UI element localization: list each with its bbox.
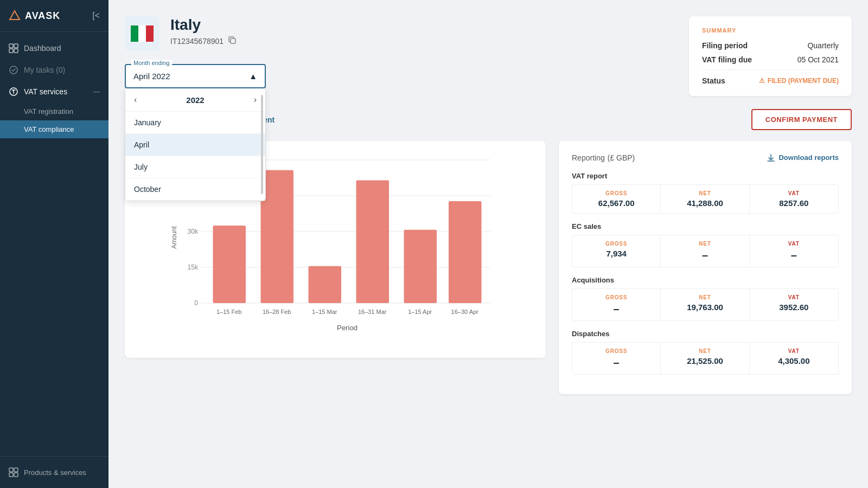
country-flag bbox=[125, 16, 159, 51]
disp-gross-cell: GROSS – bbox=[572, 343, 661, 374]
ec-gross-cell: GROSS 7,934 bbox=[572, 235, 661, 267]
ec-vat-value: – bbox=[757, 249, 831, 261]
next-year-button[interactable]: › bbox=[254, 95, 257, 105]
month-option-july[interactable]: July bbox=[125, 156, 265, 178]
sidebar-item-vat-compliance[interactable]: VAT compliance bbox=[0, 120, 108, 138]
chevron-up-icon: ▲ bbox=[249, 72, 257, 81]
svg-rect-14 bbox=[231, 38, 235, 43]
header-and-actions: Month ending April 2022 ▲ ‹ 2022 › bbox=[125, 64, 676, 88]
ec-net-value: – bbox=[668, 249, 741, 261]
sidebar-item-tasks[interactable]: My tasks (0) bbox=[0, 59, 108, 81]
vat-filing-due-row: VAT filing due 05 Oct 2021 bbox=[702, 55, 839, 64]
ec-sales-label: EC sales bbox=[572, 222, 839, 230]
svg-text:1–15 Mar: 1–15 Mar bbox=[312, 309, 337, 315]
svg-rect-1 bbox=[9, 44, 13, 48]
dropdown-header: ‹ 2022 › bbox=[125, 88, 265, 112]
svg-text:16–28 Feb: 16–28 Feb bbox=[263, 309, 291, 315]
svg-text:15k: 15k bbox=[188, 264, 199, 271]
month-select-container: Month ending April 2022 ▲ ‹ 2022 › bbox=[125, 64, 266, 88]
acq-net-value: 19,763.00 bbox=[668, 303, 741, 312]
download-reports-button[interactable]: Download reports bbox=[767, 153, 839, 162]
vat-filing-due-value: 05 Oct 2021 bbox=[797, 55, 839, 64]
disp-vat-cell: VAT 4,305.00 bbox=[750, 343, 838, 374]
svg-rect-9 bbox=[9, 473, 13, 477]
country-name: Italy bbox=[170, 16, 676, 34]
sidebar-item-vat-services[interactable]: VAT services — bbox=[0, 81, 108, 102]
acq-gross-value: – bbox=[580, 303, 653, 315]
reporting-panel: Reporting (£ GBP) Download reports VAT r… bbox=[559, 141, 852, 394]
svg-marker-0 bbox=[10, 11, 20, 20]
report-section-ec-sales: EC sales GROSS 7,934 NET – VAT – bbox=[572, 222, 839, 267]
copy-vat-button[interactable] bbox=[228, 36, 237, 46]
bar-1-15-apr bbox=[404, 230, 437, 303]
dispatches-grid: GROSS – NET 21,525.00 VAT 4,305.00 bbox=[572, 342, 839, 375]
filing-period-label: Filing period bbox=[702, 41, 748, 50]
vat-number-row: IT12345678901 bbox=[170, 36, 676, 46]
vat-icon bbox=[9, 87, 18, 97]
status-badge: ⚠ FILED (PAYMENT DUE) bbox=[759, 77, 839, 85]
month-select-box[interactable]: April 2022 ▲ bbox=[125, 64, 266, 88]
svg-rect-8 bbox=[14, 468, 18, 472]
confirm-payment-button[interactable]: CONFIRM PAYMENT bbox=[751, 109, 852, 130]
download-reports-label: Download reports bbox=[778, 153, 839, 162]
acquisitions-grid: GROSS – NET 19,763.00 VAT 3952.60 bbox=[572, 288, 839, 321]
vat-net-cell: NET 41,288.00 bbox=[661, 185, 749, 213]
dispatches-label: Dispatches bbox=[572, 330, 839, 338]
reporting-header: Reporting (£ GBP) Download reports bbox=[572, 152, 839, 163]
vat-number-text: IT12345678901 bbox=[170, 37, 224, 46]
grid-icon bbox=[9, 467, 18, 477]
sidebar-tasks-label: My tasks (0) bbox=[24, 66, 65, 74]
acq-vat-value: 3952.60 bbox=[757, 303, 831, 312]
sidebar-collapse-button[interactable]: [< bbox=[92, 11, 100, 21]
svg-rect-10 bbox=[14, 473, 18, 477]
dropdown-year: 2022 bbox=[186, 95, 204, 105]
selected-month: April 2022 bbox=[133, 72, 170, 81]
vat-gross-value: 62,567.00 bbox=[580, 198, 653, 208]
filing-period-value: Quarterly bbox=[807, 41, 839, 50]
svg-text:16–31 Mar: 16–31 Mar bbox=[358, 309, 387, 315]
bar-16-30-apr bbox=[449, 201, 482, 303]
month-option-october[interactable]: October bbox=[125, 178, 265, 201]
sidebar: AVASK [< Dashboard My tasks (0) bbox=[0, 0, 108, 488]
svg-rect-7 bbox=[9, 468, 13, 472]
sidebar-item-vat-registration[interactable]: VAT registration bbox=[0, 102, 108, 120]
vat-net-value: 41,288.00 bbox=[668, 198, 741, 208]
sidebar-item-dashboard[interactable]: Dashboard bbox=[0, 37, 108, 59]
sidebar-item-products-services[interactable]: Products & services bbox=[9, 464, 100, 480]
page-header: Italy IT12345678901 bbox=[125, 16, 676, 51]
status-label: Status bbox=[702, 76, 725, 85]
summary-divider bbox=[702, 69, 839, 70]
vat-gross-cell: GROSS 62,567.00 bbox=[572, 185, 661, 213]
svg-text:Period: Period bbox=[337, 324, 358, 332]
svg-text:30k: 30k bbox=[188, 228, 199, 235]
ec-vat-cell: VAT – bbox=[750, 235, 838, 267]
svg-rect-2 bbox=[14, 44, 18, 48]
month-selector-area: Month ending April 2022 ▲ ‹ 2022 › bbox=[125, 64, 676, 88]
top-left: Italy IT12345678901 bbox=[125, 16, 676, 88]
acquisitions-label: Acquisitions bbox=[572, 276, 839, 284]
svg-rect-3 bbox=[9, 49, 13, 53]
report-section-vat: VAT report GROSS 62,567.00 NET 41,288.00… bbox=[572, 172, 839, 214]
month-select-label: Month ending bbox=[131, 60, 172, 66]
disp-net-value: 21,525.00 bbox=[668, 356, 741, 365]
main-content: Italy IT12345678901 bbox=[108, 0, 868, 488]
prev-year-button[interactable]: ‹ bbox=[134, 95, 137, 105]
month-dropdown: ‹ 2022 › January April July bbox=[125, 88, 266, 201]
month-option-april[interactable]: April bbox=[125, 134, 265, 156]
month-option-january[interactable]: January bbox=[125, 112, 265, 134]
bar-16-31-mar bbox=[356, 180, 390, 303]
sidebar-nav: Dashboard My tasks (0) VAT services — VA… bbox=[0, 32, 108, 456]
disp-net-cell: NET 21,525.00 bbox=[661, 343, 749, 374]
summary-section: SUMMARY Filing period Quarterly VAT fili… bbox=[689, 16, 852, 96]
svg-text:Amount: Amount bbox=[170, 226, 178, 249]
svg-text:16–30 Apr: 16–30 Apr bbox=[451, 309, 478, 315]
status-row: Status ⚠ FILED (PAYMENT DUE) bbox=[702, 76, 839, 85]
sidebar-logo: AVASK [< bbox=[0, 0, 108, 32]
vat-report-grid: GROSS 62,567.00 NET 41,288.00 VAT 8257.6… bbox=[572, 184, 839, 214]
sidebar-dashboard-label: Dashboard bbox=[24, 44, 61, 53]
svg-rect-12 bbox=[138, 25, 146, 42]
summary-card: SUMMARY Filing period Quarterly VAT fili… bbox=[689, 16, 852, 96]
vat-vat-value: 8257.60 bbox=[757, 198, 831, 208]
reporting-card: Reporting (£ GBP) Download reports VAT r… bbox=[559, 141, 852, 394]
disp-vat-value: 4,305.00 bbox=[757, 356, 831, 365]
